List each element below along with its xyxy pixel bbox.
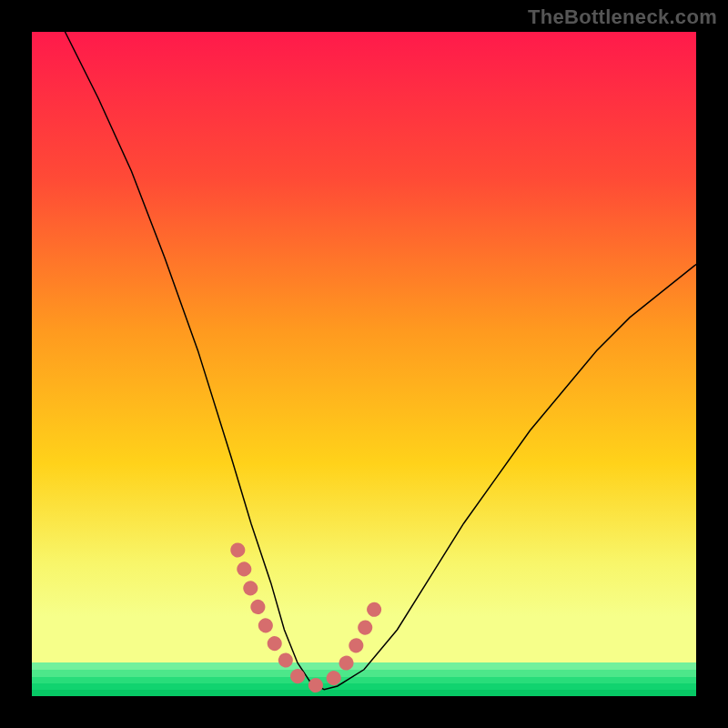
green-band-4 bbox=[32, 683, 696, 690]
gradient-background bbox=[32, 32, 696, 696]
chart-stage: TheBottleneck.com bbox=[0, 0, 728, 728]
green-band-2 bbox=[32, 670, 696, 677]
green-band-5 bbox=[32, 690, 696, 696]
chart-svg bbox=[32, 32, 696, 696]
watermark-text: TheBottleneck.com bbox=[528, 5, 717, 29]
plot-area bbox=[32, 32, 696, 696]
green-band-3 bbox=[32, 677, 696, 683]
